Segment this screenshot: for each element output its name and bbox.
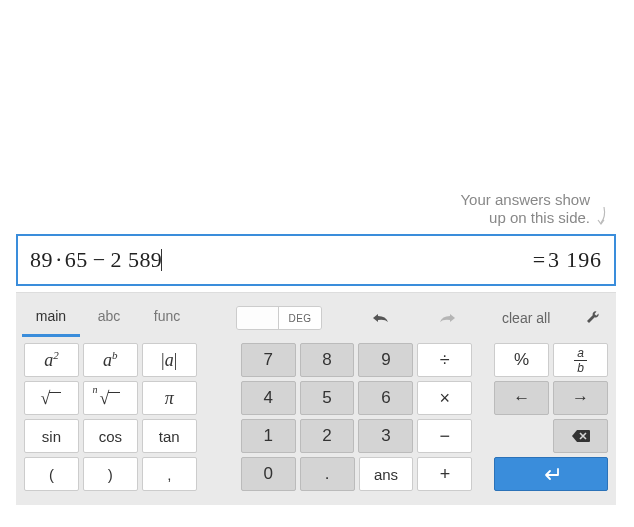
undo-button[interactable]: [366, 306, 394, 330]
hint: Your answers show up on this side.: [460, 191, 608, 229]
hint-line2: up on this side.: [489, 209, 590, 226]
key-enter[interactable]: [494, 457, 608, 491]
key-abs[interactable]: |a|: [142, 343, 197, 377]
key-pi[interactable]: π: [142, 381, 197, 415]
key-backspace[interactable]: [553, 419, 608, 453]
key-left-paren[interactable]: (: [24, 457, 79, 491]
key-subtract[interactable]: −: [417, 419, 472, 453]
key-divide[interactable]: ÷: [417, 343, 472, 377]
key-square[interactable]: a2: [24, 343, 79, 377]
display-area: Your answers show up on this side.: [16, 8, 616, 234]
backspace-icon: [571, 429, 591, 443]
key-multiply[interactable]: ×: [417, 381, 472, 415]
key-decimal[interactable]: .: [300, 457, 355, 491]
redo-button[interactable]: [434, 306, 462, 330]
keypad-panel: main abc func DEG clear all: [16, 292, 616, 505]
clear-all-button[interactable]: clear all: [502, 310, 550, 326]
tab-main[interactable]: main: [22, 300, 80, 337]
key-right[interactable]: →: [553, 381, 608, 415]
key-right-paren[interactable]: ): [83, 457, 138, 491]
enter-icon: [540, 467, 562, 481]
expression: 89 · 65 − 2 589: [30, 247, 162, 273]
result: =3 196: [533, 247, 602, 273]
key-sin[interactable]: sin: [24, 419, 79, 453]
key-nth-root[interactable]: n√: [83, 381, 138, 415]
key-3[interactable]: 3: [358, 419, 413, 453]
key-percent[interactable]: %: [494, 343, 549, 377]
key-sqrt[interactable]: √: [24, 381, 79, 415]
key-1[interactable]: 1: [241, 419, 296, 453]
key-cos[interactable]: cos: [83, 419, 138, 453]
angle-mode-toggle[interactable]: DEG: [236, 306, 322, 330]
tab-abc[interactable]: abc: [80, 300, 138, 337]
key-8[interactable]: 8: [300, 343, 355, 377]
key-tan[interactable]: tan: [142, 419, 197, 453]
cursor: [161, 249, 162, 271]
key-2[interactable]: 2: [300, 419, 355, 453]
key-9[interactable]: 9: [358, 343, 413, 377]
toolbar: main abc func DEG clear all: [16, 293, 616, 337]
arrow-down-icon: [594, 205, 608, 232]
key-fraction[interactable]: ab: [553, 343, 608, 377]
undo-icon: [368, 311, 392, 325]
tab-func[interactable]: func: [138, 300, 196, 337]
hint-line1: Your answers show: [460, 191, 590, 208]
mode-rad-button[interactable]: [237, 307, 279, 329]
key-0[interactable]: 0: [241, 457, 296, 491]
expression-input[interactable]: 89 · 65 − 2 589 =3 196: [16, 234, 616, 286]
settings-button[interactable]: [584, 308, 602, 329]
key-power[interactable]: ab: [83, 343, 138, 377]
key-add[interactable]: +: [417, 457, 472, 491]
key-5[interactable]: 5: [300, 381, 355, 415]
key-left[interactable]: ←: [494, 381, 549, 415]
key-rows: a2 ab |a| 7 8 9 ÷ % ab √ n√ π 4 5 6 × ←: [16, 337, 616, 491]
wrench-icon: [584, 308, 602, 326]
mode-deg-button[interactable]: DEG: [279, 307, 321, 329]
key-comma[interactable]: ,: [142, 457, 197, 491]
redo-icon: [436, 311, 460, 325]
key-ans[interactable]: ans: [359, 457, 414, 491]
key-6[interactable]: 6: [358, 381, 413, 415]
key-4[interactable]: 4: [241, 381, 296, 415]
key-7[interactable]: 7: [241, 343, 296, 377]
